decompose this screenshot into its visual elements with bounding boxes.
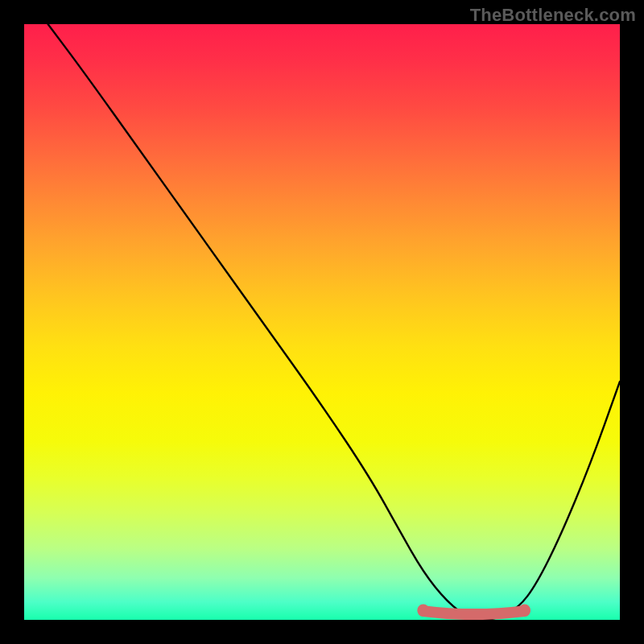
bottleneck-curve-path	[48, 24, 620, 620]
watermark-label: TheBottleneck.com	[470, 5, 636, 26]
optimal-range-end-dot	[518, 605, 530, 617]
optimal-range-band	[423, 611, 525, 614]
optimal-range-start-dot	[417, 605, 429, 617]
chart-container: TheBottleneck.com	[0, 0, 644, 644]
plot-area	[24, 24, 620, 620]
chart-svg	[24, 24, 620, 620]
